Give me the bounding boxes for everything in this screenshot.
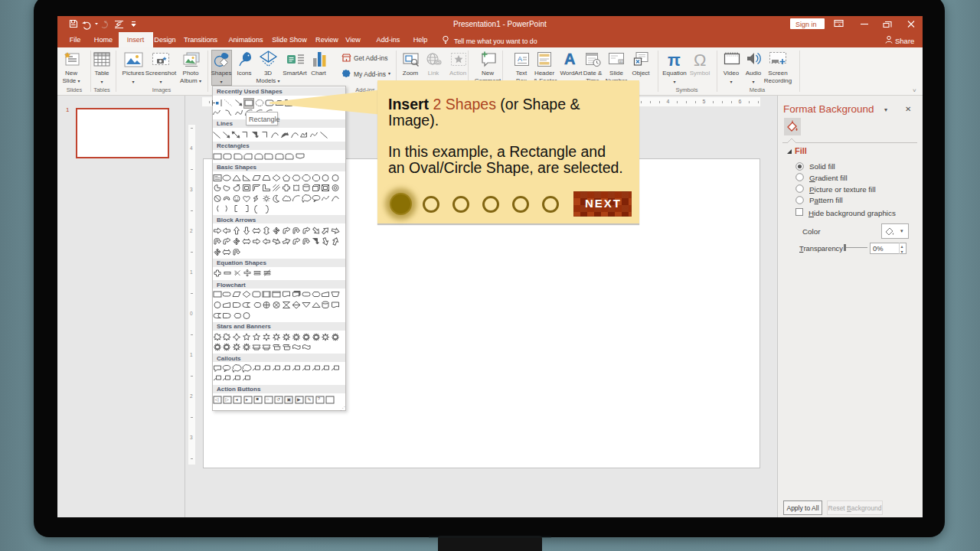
svg-text:A: A <box>518 55 522 63</box>
